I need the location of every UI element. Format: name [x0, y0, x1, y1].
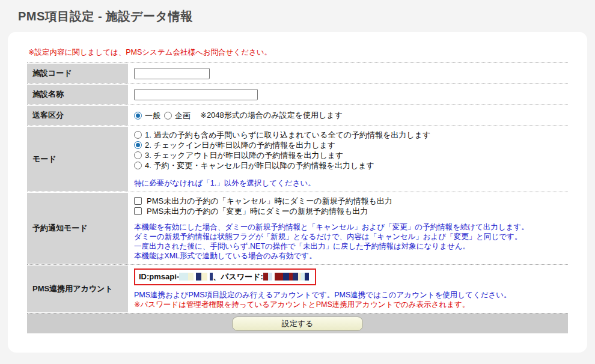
- notify-desc-line-2: ダミーの新規予約情報は状態フラグが「新規」となるだけで、内容は「キャンセル」およ…: [134, 232, 563, 241]
- mode-option-3-label: 3. チェックアウト日が昨日以降の予約情報を出力します: [145, 150, 343, 160]
- footer-bar: 設定する: [27, 314, 568, 333]
- facility-code-content: [129, 63, 568, 83]
- mode-option-4-label: 4. 予約・変更・キャンセル日が昨日以降の予約情報を出力します: [145, 160, 374, 171]
- row-facility-name: 施設名称: [27, 83, 568, 105]
- row-pms-account: PMS連携用アカウント ID:pmsapi-、パスワード: PMS連携およびPM…: [27, 264, 568, 313]
- mode-option-1[interactable]: 1. 過去の予約も含め手間いらずに取り込まれている全ての予約情報を出力します: [134, 130, 563, 140]
- guest-category-option-general-label: 一般: [145, 111, 160, 121]
- settings-form-table: 施設コード 施設名称 送客区分 一般: [27, 62, 568, 314]
- pms-account-notes: PMS連携およびPMS項目設定のみ行えるアカウントです。PMS連携ではこのアカウ…: [134, 290, 563, 309]
- pms-account-content: ID:pmsapi-、パスワード: PMS連携およびPMS項目設定のみ行えるアカ…: [129, 265, 568, 313]
- radio-mode-1-icon[interactable]: [134, 131, 142, 139]
- notify-checkbox-change-label: PMS未出力の予約の「変更」時にダミーの新規予約情報も出力: [147, 206, 368, 216]
- mode-option-2[interactable]: 2. チェックイン日が昨日以降の予約情報を出力します: [134, 140, 563, 150]
- notify-desc-line-4: 本機能はXML形式で連動している場合のみ有効です。: [134, 251, 563, 261]
- pms-account-credentials-highlight: ID:pmsapi-、パスワード:: [134, 268, 316, 285]
- radio-mode-4-icon[interactable]: [134, 162, 142, 169]
- notify-mode-label: 予約通知モード: [27, 193, 128, 264]
- checkbox-cancel-icon[interactable]: [134, 197, 142, 205]
- contact-note: ※設定内容に関しましては、PMSシステム会社様へお問合せください。: [28, 47, 568, 58]
- notify-desc-line-1: 本機能を有効にした場合、ダミーの新規予約情報と「キャンセル」および「変更」の予約…: [134, 222, 563, 232]
- row-facility-code: 施設コード: [27, 62, 568, 83]
- checkbox-change-icon[interactable]: [134, 207, 142, 215]
- facility-code-label: 施設コード: [27, 64, 128, 83]
- pms-account-label: PMS連携用アカウント: [27, 265, 128, 312]
- guest-category-content: 一般 企画 ※2048形式の場合のみ設定を使用します: [129, 105, 568, 126]
- pms-account-password-redacted: [263, 272, 309, 281]
- notify-checkbox-cancel[interactable]: PMS未出力の予約の「キャンセル」時にダミーの新規予約情報も出力: [134, 196, 563, 206]
- guest-category-option-project[interactable]: 企画: [164, 111, 191, 121]
- pms-account-warning-note: ※パスワードは管理者権限を持っているアカウントとPMS連携用アカウントでのみ表示…: [134, 300, 563, 309]
- row-guest-category: 送客区分 一般 企画 ※2048形式の場合のみ設定を使用します: [27, 105, 568, 126]
- facility-name-content: [129, 84, 568, 105]
- notify-mode-content: PMS未出力の予約の「キャンセル」時にダミーの新規予約情報も出力 PMS未出力の…: [129, 192, 568, 264]
- guest-category-option-project-label: 企画: [175, 111, 191, 121]
- page-title: PMS項目設定 - 施設データ情報: [18, 8, 595, 25]
- guest-category-note: ※2048形式の場合のみ設定を使用します: [200, 110, 343, 121]
- notify-checkbox-cancel-label: PMS未出力の予約の「キャンセル」時にダミーの新規予約情報も出力: [147, 196, 392, 206]
- pms-account-id-prefix: ID:pmsapi-: [139, 272, 179, 281]
- pms-account-info-note: PMS連携およびPMS項目設定のみ行えるアカウントです。PMS連携ではこのアカウ…: [134, 290, 563, 300]
- mode-option-4[interactable]: 4. 予約・変更・キャンセル日が昨日以降の予約情報を出力します: [134, 160, 563, 171]
- mode-option-2-label: 2. チェックイン日が昨日以降の予約情報を出力します: [145, 140, 335, 150]
- mode-content: 1. 過去の予約も含め手間いらずに取り込まれている全ての予約情報を出力します 2…: [129, 126, 568, 192]
- pms-account-id-redacted: [179, 272, 213, 281]
- facility-name-label: 施設名称: [27, 85, 128, 104]
- notify-mode-description: 本機能を有効にした場合、ダミーの新規予約情報と「キャンセル」および「変更」の予約…: [134, 222, 563, 261]
- mode-label: モード: [27, 127, 128, 191]
- facility-code-input[interactable]: [134, 68, 210, 79]
- radio-project-icon[interactable]: [164, 112, 172, 120]
- mode-note: 特に必要がなければ「1.」以外を選択してください。: [134, 178, 563, 188]
- mode-option-1-label: 1. 過去の予約も含め手間いらずに取り込まれている全ての予約情報を出力します: [145, 130, 430, 140]
- radio-general-icon[interactable]: [134, 112, 142, 120]
- guest-category-label: 送客区分: [27, 106, 128, 125]
- submit-button[interactable]: 設定する: [232, 317, 363, 331]
- pms-account-password-prefix: 、パスワード:: [213, 272, 263, 281]
- row-mode: モード 1. 過去の予約も含め手間いらずに取り込まれている全ての予約情報を出力し…: [27, 126, 568, 192]
- radio-mode-2-icon[interactable]: [134, 141, 142, 149]
- mode-option-3[interactable]: 3. チェックアウト日が昨日以降の予約情報を出力します: [134, 150, 563, 160]
- guest-category-option-general[interactable]: 一般: [134, 111, 160, 121]
- notify-checkbox-change[interactable]: PMS未出力の予約の「変更」時にダミーの新規予約情報も出力: [134, 206, 563, 216]
- row-notify-mode: 予約通知モード PMS未出力の予約の「キャンセル」時にダミーの新規予約情報も出力…: [27, 192, 568, 264]
- settings-panel: ※設定内容に関しましては、PMSシステム会社様へお問合せください。 施設コード …: [8, 32, 587, 353]
- notify-desc-line-3: 一度出力された後に、手間いらず.NETの操作で「未出力」に戻した予約情報は対象に…: [134, 241, 563, 251]
- radio-mode-3-icon[interactable]: [134, 151, 142, 159]
- facility-name-input[interactable]: [134, 89, 258, 100]
